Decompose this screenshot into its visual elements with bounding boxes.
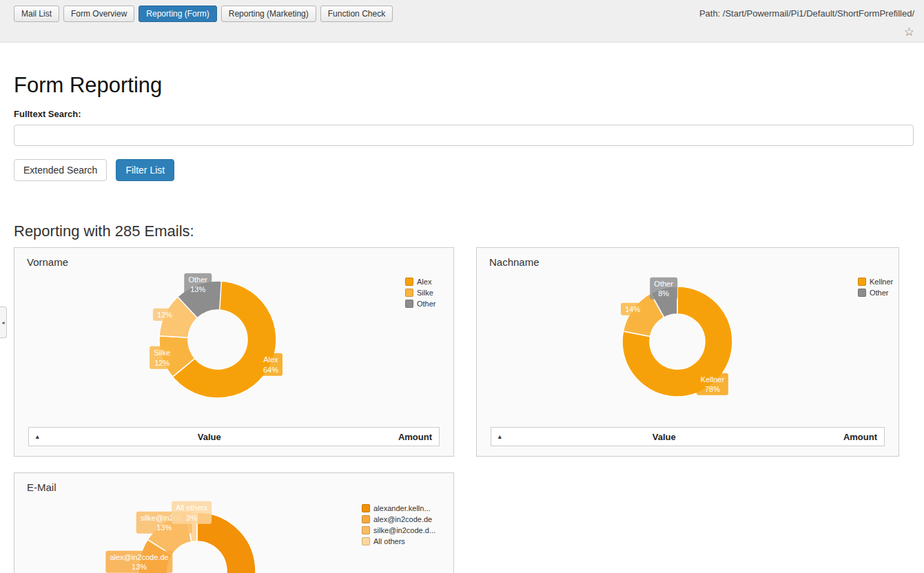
tab-form-overview[interactable]: Form Overview (63, 6, 134, 22)
chart-panel-email: E-Mail alexander.kelln...alex@in2code.de… (14, 472, 454, 573)
search-buttons-row: Extended Search Filter List (14, 159, 914, 181)
page-title: Form Reporting (14, 73, 914, 98)
amount-column-header[interactable]: Amount (843, 432, 877, 442)
fulltext-search-input[interactable] (14, 125, 914, 146)
reporting-heading: Reporting with 285 Emails: (14, 222, 914, 240)
sort-caret-icon[interactable]: ▴ (498, 433, 502, 440)
bookmark-star-icon[interactable]: ☆ (904, 25, 914, 39)
page: Mail List Form Overview Reporting (Form)… (0, 0, 924, 573)
chart-panel-nachname: Nachname KellnerOther Kellner78%14%Other… (476, 247, 899, 457)
tab-reporting-marketing[interactable]: Reporting (Marketing) (221, 6, 316, 22)
chevron-left-icon: ◂ (1, 320, 4, 326)
tab-function-check[interactable]: Function Check (320, 6, 393, 22)
value-column-header[interactable]: Value (198, 432, 221, 442)
donut-svg (477, 271, 899, 427)
value-column-header[interactable]: Value (653, 432, 676, 442)
donut-svg (14, 271, 453, 427)
top-bar: Mail List Form Overview Reporting (Form)… (0, 0, 924, 43)
fulltext-search-label: Fulltext Search: (14, 109, 914, 119)
donut-chart-nachname: KellnerOther Kellner78%14%Other8% (477, 271, 899, 427)
tab-reporting-form[interactable]: Reporting (Form) (138, 6, 216, 22)
charts-row: Vorname AlexSilkeOther Alex64%Silke12%12… (14, 247, 914, 457)
result-table-header: ▴ Value Amount (491, 427, 885, 446)
chart-panel-vorname: Vorname AlexSilkeOther Alex64%Silke12%12… (14, 247, 454, 457)
extended-search-button[interactable]: Extended Search (14, 159, 107, 181)
sort-caret-icon[interactable]: ▴ (36, 433, 39, 440)
result-table-header: ▴ Value Amount (28, 427, 440, 446)
chart-title: Vorname (14, 248, 453, 271)
breadcrumb-path: Path: /Start/Powermail/Pi1/Default/Short… (699, 8, 914, 19)
donut-chart-email: alexander.kelln...alex@in2code.desilke@i… (14, 496, 453, 573)
chart-title: E-Mail (14, 473, 453, 496)
amount-column-header[interactable]: Amount (398, 432, 432, 442)
main-content: Form Reporting Fulltext Search: Extended… (0, 73, 924, 573)
tab-mail-list[interactable]: Mail List (14, 6, 59, 22)
donut-svg (14, 496, 453, 573)
filter-list-button[interactable]: Filter List (116, 159, 174, 181)
chart-title: Nachname (477, 248, 899, 271)
donut-chart-vorname: AlexSilkeOther Alex64%Silke12%12%Other13… (14, 271, 453, 427)
sidebar-collapse-handle[interactable]: ◂ (0, 306, 7, 338)
module-tabs: Mail List Form Overview Reporting (Form)… (14, 6, 393, 22)
